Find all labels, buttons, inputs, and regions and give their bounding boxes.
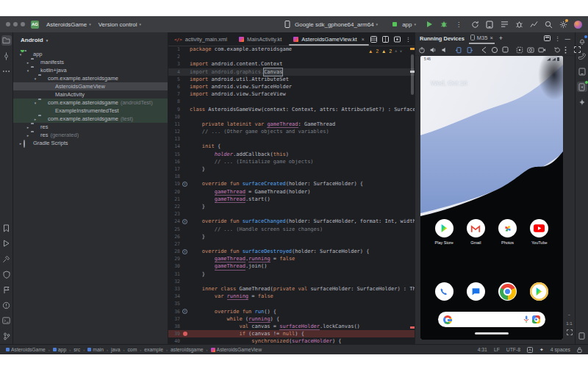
- debug-button[interactable]: [439, 19, 449, 29]
- next-problem-icon[interactable]: ˅: [400, 49, 402, 54]
- build-variants-icon[interactable]: [499, 19, 509, 29]
- tree-item-res[interactable]: ▸res(generated): [13, 131, 168, 139]
- app-youtube[interactable]: YouTube: [526, 219, 553, 245]
- inspections-widget[interactable]: ▲2 ▲2 ˄ ˅: [366, 48, 404, 54]
- tab-asteroidsgameview-kt[interactable]: AsteroidsGameView.kt×: [287, 32, 370, 46]
- search-icon[interactable]: [543, 19, 553, 29]
- gutter-icon[interactable]: ↑: [180, 180, 190, 187]
- breadcrumb-item[interactable]: AsteroidsGameView: [211, 347, 262, 352]
- gradle-icon[interactable]: [577, 51, 587, 61]
- home-icon[interactable]: [491, 46, 498, 54]
- breadcrumb-item[interactable]: asteroidsgame: [171, 347, 204, 352]
- add-device-button[interactable]: +: [499, 35, 503, 42]
- profiler-icon[interactable]: [528, 19, 539, 29]
- split-editor-icon[interactable]: [382, 36, 389, 43]
- terminal-icon[interactable]: [1, 315, 12, 326]
- settings-icon[interactable]: [558, 19, 568, 29]
- breadcrumb-item[interactable]: com: [127, 347, 137, 352]
- tree-item-asteroidsgameview[interactable]: AsteroidsGameView: [13, 82, 168, 90]
- cursor-position[interactable]: 4:31: [478, 347, 487, 352]
- window-controls[interactable]: [6, 22, 25, 26]
- rotate-left-icon[interactable]: [455, 46, 462, 54]
- tree-chevron-icon[interactable]: ▸: [25, 60, 31, 65]
- screenshot-icon[interactable]: [527, 46, 534, 53]
- panel-options-icon[interactable]: ⋮: [555, 35, 561, 42]
- tree-item-kotlin-java[interactable]: ▾kotlin+java: [13, 66, 168, 74]
- device-manager-icon[interactable]: [577, 66, 587, 76]
- gutter-icon[interactable]: [180, 330, 190, 337]
- tab-options-icon[interactable]: ⋮: [406, 36, 412, 43]
- mic-icon[interactable]: [523, 315, 529, 323]
- overview-icon[interactable]: [502, 46, 509, 53]
- run-button[interactable]: [424, 19, 434, 29]
- power-icon[interactable]: [418, 46, 426, 54]
- run-config-selector[interactable]: app▾: [386, 18, 420, 31]
- build-icon[interactable]: [1, 254, 12, 264]
- tab-mainactivity-kt[interactable]: MainActivity.kt: [233, 32, 287, 46]
- indent-guide-icon[interactable]: [527, 347, 533, 353]
- zoom-fit-icon[interactable]: [565, 329, 573, 335]
- project-icon[interactable]: [1, 35, 12, 46]
- tree-item-manifests[interactable]: ▸manifests: [13, 58, 168, 66]
- dock-play-store[interactable]: [526, 282, 553, 301]
- breadcrumb-item[interactable]: app: [53, 347, 66, 352]
- running-devices-icon[interactable]: [577, 82, 587, 92]
- more-actions-button[interactable]: ⋮: [453, 19, 464, 29]
- back-icon[interactable]: [481, 46, 487, 54]
- project-view-selector[interactable]: Android▾: [13, 32, 168, 46]
- zoom-out-button[interactable]: −: [565, 311, 573, 318]
- notifications-icon[interactable]: [577, 35, 587, 46]
- dock-chrome[interactable]: [494, 282, 522, 301]
- avatar[interactable]: [574, 21, 582, 29]
- breadcrumb-item[interactable]: AsteroidsGame: [6, 347, 46, 352]
- snapshot-icon[interactable]: [516, 46, 523, 54]
- tree-chevron-icon[interactable]: ▸: [25, 133, 31, 137]
- tree-item-com-example-asteroidsgame[interactable]: ▸com.example.asteroidsgame(test): [13, 115, 168, 123]
- app-gmail[interactable]: Gmail: [462, 219, 490, 245]
- device-tab[interactable]: M35 ×: [469, 32, 495, 44]
- project-selector[interactable]: AsteroidsGame▾: [43, 20, 95, 29]
- rotate-right-icon[interactable]: [466, 46, 473, 54]
- emulator-screen[interactable]: 5:46 Wed, Oct 16 Play StoreGmailPhotosYo…: [420, 56, 563, 340]
- dock-messages[interactable]: [462, 282, 490, 301]
- volume-up-icon[interactable]: [429, 46, 437, 54]
- record-icon[interactable]: [538, 47, 546, 53]
- file-encoding[interactable]: UTF-8: [506, 347, 520, 352]
- google-search-bar[interactable]: [438, 312, 545, 327]
- breadcrumb-item[interactable]: main: [87, 347, 104, 352]
- tree-item-exampleinstrumentedtest[interactable]: ExampleInstrumentedTest: [13, 107, 168, 115]
- tree-chevron-icon[interactable]: ▸: [32, 117, 38, 121]
- problems-icon[interactable]: [1, 300, 12, 310]
- tree-item-com-example-asteroidsgame[interactable]: ▾com.example.asteroidsgame(androidTest): [13, 99, 168, 107]
- bookmarks-icon[interactable]: [1, 223, 12, 233]
- close-tab-icon[interactable]: ×: [362, 37, 365, 42]
- prev-problem-icon[interactable]: ˄: [395, 49, 397, 54]
- vcs-selector[interactable]: Version control▾: [95, 20, 145, 29]
- version-control-icon[interactable]: [1, 331, 12, 341]
- breadcrumb-item[interactable]: example: [144, 347, 163, 352]
- tree-chevron-icon[interactable]: ▾: [32, 76, 38, 81]
- breadcrumb-item[interactable]: java: [111, 347, 120, 352]
- reset-icon[interactable]: [553, 46, 561, 54]
- breadcrumb-item[interactable]: src: [74, 347, 80, 352]
- app-photos[interactable]: Photos: [494, 219, 522, 245]
- preview-icon[interactable]: [394, 36, 401, 43]
- device-selector[interactable]: Google sdk_gphone64_arm64▾: [279, 18, 381, 31]
- tree-chevron-icon[interactable]: ▾: [32, 101, 38, 105]
- bug-report-icon[interactable]: [514, 19, 524, 29]
- float-window-icon[interactable]: [544, 35, 551, 41]
- gutter-icon[interactable]: ↑: [180, 248, 190, 255]
- more-icon[interactable]: [564, 46, 567, 54]
- app-quality-insights-icon[interactable]: [1, 269, 12, 279]
- tree-chevron-icon[interactable]: ▸: [25, 125, 31, 129]
- tree-item-gradle-scripts[interactable]: ▸Gradle Scripts: [13, 139, 168, 147]
- tab-activity-main-xml[interactable]: </>activity_main.xml: [168, 32, 233, 46]
- more-tools-icon[interactable]: [1, 66, 12, 76]
- tree-item-res[interactable]: ▸res: [13, 123, 168, 131]
- tree-item-com-example-asteroidsgame[interactable]: ▾com.example.asteroidsgame: [13, 74, 168, 82]
- tree-chevron-icon[interactable]: ▾: [25, 68, 31, 73]
- app-play-store[interactable]: Play Store: [430, 219, 458, 245]
- tree-item-mainactivity[interactable]: MainActivity: [13, 90, 168, 99]
- run-icon[interactable]: [1, 238, 12, 248]
- commit-icon[interactable]: [1, 51, 12, 61]
